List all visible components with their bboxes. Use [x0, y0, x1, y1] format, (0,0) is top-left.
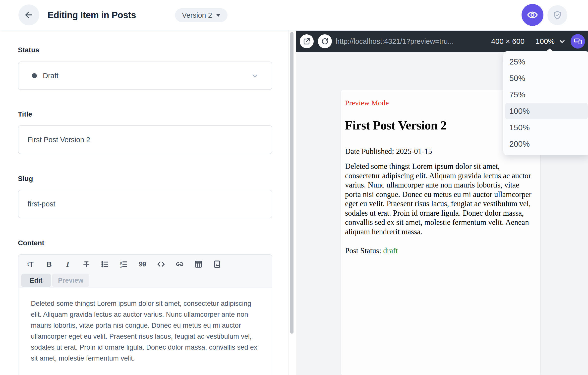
preview-pane: http://localhost:4321/1?preview=tru... 4… [296, 30, 588, 375]
tab-edit[interactable]: Edit [21, 274, 51, 287]
content-textarea[interactable]: Deleted some thingst Lorem ipsum dolor s… [18, 288, 272, 375]
version-selector[interactable]: Version 2 [175, 8, 228, 22]
zoom-dropdown-menu: 25% 50% 75% 100% 150% 200% [503, 51, 588, 155]
app-header: Editing Item in Posts Version 2 [0, 0, 588, 30]
slug-input[interactable] [18, 190, 272, 218]
table-icon[interactable] [193, 259, 203, 269]
open-in-new-button[interactable] [300, 34, 314, 48]
title-input[interactable] [18, 125, 272, 154]
ordered-list-icon[interactable]: 123 [119, 259, 129, 269]
preview-toolbar: http://localhost:4321/1?preview=tru... 4… [296, 31, 588, 52]
content-label: Content [18, 239, 44, 247]
tab-preview[interactable]: Preview [52, 274, 89, 287]
zoom-option-150[interactable]: 150% [503, 119, 588, 136]
preview-body-text: Deleted some thingst Lorem ipsum dolor s… [345, 162, 536, 236]
blockquote-icon[interactable]: 99 [137, 259, 147, 269]
back-button[interactable] [18, 4, 39, 25]
chevron-down-icon [558, 37, 566, 45]
chevron-down-icon [251, 72, 259, 80]
shield-check-icon [552, 10, 562, 20]
form-scrollbar[interactable] [290, 32, 294, 334]
bold-icon[interactable]: B [44, 259, 54, 269]
device-size-button[interactable] [571, 34, 585, 49]
status-select[interactable]: Draft [18, 62, 272, 90]
refresh-button[interactable] [318, 34, 332, 48]
viewport-dimensions: 400 × 600 [491, 37, 525, 46]
eye-icon [527, 9, 538, 21]
code-icon[interactable] [156, 259, 166, 269]
editor-tabs: Edit Preview [18, 274, 272, 288]
svg-text:3: 3 [120, 265, 122, 268]
text-size-icon[interactable]: tT [25, 259, 35, 269]
zoom-option-200[interactable]: 200% [503, 136, 588, 152]
version-label: Version 2 [182, 11, 212, 19]
content-editor: tT B I 123 99 [18, 254, 272, 375]
page-title: Editing Item in Posts [48, 0, 136, 30]
zoom-option-50[interactable]: 50% [503, 70, 588, 86]
caret-down-icon [216, 14, 221, 17]
preview-post-status: Post Status: draft [345, 246, 536, 255]
strikethrough-icon[interactable] [81, 259, 91, 269]
bullet-list-icon[interactable] [100, 259, 110, 269]
status-dot-icon [32, 73, 37, 78]
link-icon[interactable] [175, 259, 185, 269]
url-input[interactable]: http://localhost:4321/1?preview=tru... [336, 37, 486, 46]
open-in-new-icon [303, 37, 311, 45]
dropdown-caret [545, 49, 554, 52]
status-value-draft: draft [383, 246, 398, 255]
zoom-value: 100% [535, 37, 555, 46]
status-value: Draft [43, 72, 251, 80]
validation-button[interactable] [547, 5, 567, 25]
edit-form-panel: Status Draft Title Slug Content tT B I 1… [0, 30, 289, 375]
image-icon[interactable] [212, 259, 222, 269]
zoom-option-100[interactable]: 100% [505, 103, 588, 119]
preview-toggle-button[interactable] [522, 4, 543, 26]
zoom-option-25[interactable]: 25% [503, 54, 588, 70]
zoom-option-75[interactable]: 75% [503, 86, 588, 103]
back-arrow-icon [24, 10, 34, 20]
zoom-selector[interactable]: 100% [535, 37, 566, 46]
italic-icon[interactable]: I [63, 259, 73, 269]
devices-icon [574, 37, 582, 46]
editor-toolbar: tT B I 123 99 [18, 255, 272, 274]
title-label: Title [18, 110, 32, 118]
slug-label: Slug [18, 175, 33, 183]
refresh-icon [321, 37, 329, 45]
status-label: Status [18, 46, 39, 54]
panel-divider [289, 30, 289, 375]
